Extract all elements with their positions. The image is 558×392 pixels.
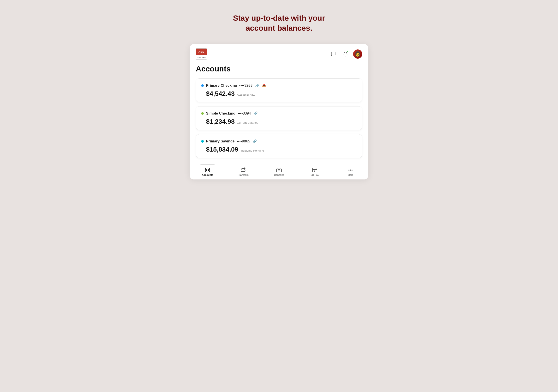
balance-row-2: $15,834.09 Including Pending <box>201 146 357 153</box>
account-number-2: ••••9865 <box>237 139 250 144</box>
page-title: Accounts <box>196 64 362 73</box>
account-dot-1 <box>201 112 204 115</box>
account-header-2: Primary Savings ••••9865 🔗 <box>201 139 357 144</box>
account-card-2[interactable]: Primary Savings ••••9865 🔗 $15,834.09 In… <box>196 134 362 158</box>
svg-point-8 <box>349 170 349 170</box>
account-card-1[interactable]: Simple Checking ••••3394 🔗 $1,234.98 Cur… <box>196 106 362 130</box>
svg-point-10 <box>352 170 352 170</box>
account-dot-2 <box>201 140 204 143</box>
logo-ase-text: ASE <box>198 50 204 53</box>
avatar-image: 👩 <box>355 51 361 57</box>
main-content: Accounts Primary Checking ••••3253 🔗 📤 $… <box>190 62 368 179</box>
svg-point-9 <box>350 170 351 170</box>
nav-billpay-label: Bill Pay <box>311 174 319 176</box>
balance-amount-1: $1,234.98 <box>206 118 235 125</box>
account-number-0: ••••3253 <box>239 83 253 88</box>
balance-amount-2: $15,834.09 <box>206 146 238 153</box>
hero-section: Stay up-to-date with your account balanc… <box>233 13 325 33</box>
account-name-0: Primary Checking <box>206 83 237 88</box>
account-header-0: Primary Checking ••••3253 🔗 📤 <box>201 83 357 88</box>
nav-more[interactable]: More <box>333 164 368 179</box>
bottom-nav: Accounts Transfers Deposits <box>190 164 368 179</box>
balance-label-2: Including Pending <box>240 149 264 152</box>
avatar[interactable]: 👩 <box>353 50 362 59</box>
logo-credit-text: CREDIT UNION <box>197 57 206 58</box>
nav-accounts[interactable]: Accounts <box>190 164 225 179</box>
nav-accounts-label: Accounts <box>202 174 213 176</box>
transfers-icon <box>241 168 246 173</box>
nav-more-label: More <box>348 174 353 176</box>
accounts-list: Primary Checking ••••3253 🔗 📤 $4,542.43 … <box>196 78 362 158</box>
balance-label-1: Current Balance <box>237 121 258 124</box>
account-name-1: Simple Checking <box>206 111 235 116</box>
logo-box: ASE CREDIT UNION <box>196 48 207 60</box>
notification-dot <box>347 51 349 53</box>
hero-title: Stay up-to-date with your account balanc… <box>233 13 325 33</box>
chat-button[interactable] <box>329 50 338 59</box>
svg-rect-2 <box>208 168 209 170</box>
logo: ASE CREDIT UNION <box>196 48 207 60</box>
share-icon-0[interactable]: 📤 <box>262 84 266 87</box>
balance-row-0: $4,542.43 Avaliable now <box>201 90 357 97</box>
svg-rect-0 <box>206 168 207 170</box>
header-icons: 👩 <box>329 50 362 59</box>
accounts-icon <box>205 168 210 173</box>
nav-transfers-label: Transfers <box>238 174 248 176</box>
account-header-1: Simple Checking ••••3394 🔗 <box>201 111 357 116</box>
balance-row-1: $1,234.98 Current Balance <box>201 118 357 125</box>
svg-rect-3 <box>208 170 209 172</box>
billpay-icon <box>312 168 317 173</box>
account-number-1: ••••3394 <box>238 111 251 116</box>
link-icon-1[interactable]: 🔗 <box>253 111 258 115</box>
svg-point-4 <box>278 170 280 171</box>
nav-deposits[interactable]: Deposits <box>261 164 297 179</box>
balance-amount-0: $4,542.43 <box>206 90 235 97</box>
nav-billpay[interactable]: Bill Pay <box>297 164 333 179</box>
account-name-2: Primary Savings <box>206 139 235 144</box>
nav-transfers[interactable]: Transfers <box>225 164 261 179</box>
app-header: ASE CREDIT UNION 👩 <box>190 44 368 62</box>
deposits-icon <box>276 168 282 173</box>
balance-label-0: Avaliable now <box>237 93 255 96</box>
more-icon <box>348 168 353 173</box>
link-icon-2[interactable]: 🔗 <box>253 139 257 143</box>
nav-deposits-label: Deposits <box>274 174 284 176</box>
bell-button[interactable] <box>341 50 350 59</box>
app-container: ASE CREDIT UNION 👩 <box>190 44 368 179</box>
svg-rect-1 <box>206 170 207 172</box>
link-icon-0[interactable]: 🔗 <box>255 84 259 87</box>
account-dot-0 <box>201 84 204 87</box>
chat-icon <box>331 51 336 57</box>
account-card-0[interactable]: Primary Checking ••••3253 🔗 📤 $4,542.43 … <box>196 78 362 102</box>
